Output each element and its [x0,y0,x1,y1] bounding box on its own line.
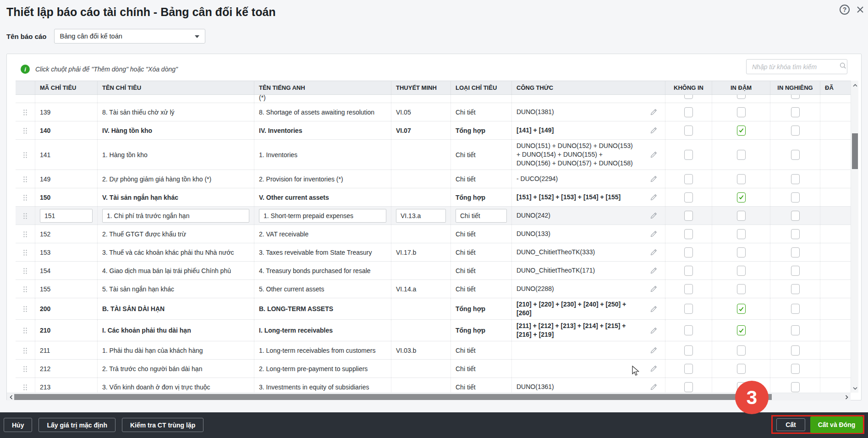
drag-handle-icon[interactable] [23,212,27,219]
checkbox-khong-in[interactable] [684,304,693,314]
drag-handle-icon[interactable] [23,285,27,293]
help-icon[interactable]: ? [840,5,850,15]
search-icon[interactable] [839,62,847,71]
edit-formula-icon[interactable] [650,305,658,313]
checkbox-in-nghieng[interactable] [791,304,800,314]
table-row[interactable]: 200 B. TÀI SẢN DÀI HẠN B. LONG-TERM ASSE… [16,298,851,320]
scroll-down-icon[interactable] [851,384,859,392]
checkbox-in-nghieng[interactable] [791,150,800,160]
checkbox-khong-in[interactable] [684,382,693,392]
checkbox-in-nghieng[interactable] [791,126,800,136]
table-row[interactable]: 153 3. Thuế và các khoản khác phải thu N… [16,243,851,262]
cell-input-name[interactable] [102,209,249,223]
checkbox-in-nghieng[interactable] [791,174,800,184]
drag-handle-icon[interactable] [23,194,27,201]
checkbox-in-nghieng[interactable] [791,325,800,335]
checkbox-in-dam[interactable] [737,364,746,374]
edit-formula-icon[interactable] [650,285,658,293]
checkbox-in-nghieng[interactable] [791,266,800,276]
table-row[interactable]: 210 I. Các khoản phải thu dài hạn I. Lon… [16,320,851,341]
edit-formula-icon[interactable] [650,193,658,201]
checkbox-in-dam[interactable] [737,229,746,239]
table-row[interactable]: (*) [16,95,851,103]
checkbox-in-nghieng[interactable] [791,95,800,99]
checkbox-khong-in[interactable] [684,325,693,335]
checkbox-khong-in[interactable] [684,126,693,136]
table-row[interactable]: 152 2. Thuế GTGT được khấu trừ 2. VAT re… [16,225,851,243]
checkbox-in-nghieng[interactable] [791,229,800,239]
cell-input-code[interactable] [40,209,93,223]
edit-formula-icon[interactable] [650,212,658,219]
drag-handle-icon[interactable] [23,230,27,238]
checkbox-khong-in[interactable] [684,107,693,117]
checkbox-in-dam[interactable] [737,211,746,221]
get-default-values-button[interactable]: Lấy giá trị mặc định [38,418,115,432]
table-row[interactable]: 155 5. Tài sản ngắn hạn khác 5. Other cu… [16,280,851,298]
search-input[interactable] [747,63,839,71]
checkbox-in-nghieng[interactable] [791,192,800,203]
report-name-select[interactable]: Bảng cân đối kế toán [54,29,205,44]
checkbox-in-dam[interactable] [737,192,746,203]
checkbox-khong-in[interactable] [684,150,693,160]
cell-input-type[interactable] [456,209,507,223]
edit-formula-icon[interactable] [650,267,658,274]
edit-formula-icon[interactable] [650,230,658,238]
table-row[interactable]: 139 8. Tài sản thiếu chờ xử lý 8. Shorta… [16,103,851,121]
vertical-scrollbar[interactable] [851,81,858,393]
scroll-up-icon[interactable] [851,82,859,89]
table-row[interactable]: 149 2. Dự phòng giảm giá hàng tồn kho (*… [16,170,851,188]
checkbox-in-dam[interactable] [737,150,746,160]
drag-handle-icon[interactable] [23,383,27,391]
scroll-left-icon[interactable] [7,393,15,401]
checkbox-in-dam[interactable] [737,126,746,136]
edit-formula-icon[interactable] [650,346,658,354]
edit-formula-icon[interactable] [650,175,658,183]
edit-formula-icon[interactable] [650,383,658,391]
drag-handle-icon[interactable] [23,175,27,183]
table-row[interactable]: 212 2. Trả trước cho người bán dài hạn 2… [16,360,851,378]
checkbox-khong-in[interactable] [684,192,693,203]
checkbox-in-dam[interactable] [737,266,746,276]
checkbox-khong-in[interactable] [684,247,693,257]
checkbox-in-nghieng[interactable] [791,364,800,374]
check-duplicate-formula-button[interactable]: Kiểm tra CT trùng lặp [122,418,203,432]
drag-handle-icon[interactable] [23,127,27,134]
cell-input-note[interactable] [396,209,446,223]
save-button[interactable]: Cất [776,418,805,431]
edit-formula-icon[interactable] [650,248,658,256]
table-row[interactable]: 211 1. Phải thu dài hạn của khách hàng 1… [16,341,851,360]
drag-handle-icon[interactable] [23,249,27,256]
vertical-scroll-thumb[interactable] [852,133,858,169]
save-and-close-button[interactable]: Cất và Đóng [810,416,863,433]
edit-formula-icon[interactable] [650,365,658,372]
table-row[interactable]: 154 4. Giao dịch mua bán lại trái phiếu … [16,262,851,280]
checkbox-in-nghieng[interactable] [791,284,800,294]
checkbox-in-dam[interactable] [737,247,746,257]
checkbox-in-dam[interactable] [737,174,746,184]
table-row[interactable]: 150 V. Tài sản ngắn hạn khác V. Other cu… [16,188,851,207]
drag-handle-icon[interactable] [23,267,27,274]
checkbox-khong-in[interactable] [684,364,693,374]
checkbox-khong-in[interactable] [684,229,693,239]
table-row[interactable]: DUNO(242) [16,207,851,225]
table-row[interactable]: 140 IV. Hàng tồn kho IV. Inventories VI.… [16,121,851,140]
drag-handle-icon[interactable] [23,365,27,372]
checkbox-in-dam[interactable] [737,345,746,356]
checkbox-in-nghieng[interactable] [791,247,800,257]
checkbox-khong-in[interactable] [684,345,693,356]
checkbox-in-dam[interactable] [737,95,746,99]
checkbox-in-nghieng[interactable] [791,211,800,221]
checkbox-in-dam[interactable] [737,325,746,335]
drag-handle-icon[interactable] [23,327,27,334]
checkbox-in-nghieng[interactable] [791,345,800,356]
close-icon[interactable] [855,5,865,15]
cell-input-name_en[interactable] [259,209,386,223]
checkbox-in-dam[interactable] [737,304,746,314]
edit-formula-icon[interactable] [650,151,658,159]
edit-formula-icon[interactable] [650,327,658,334]
horizontal-scrollbar[interactable] [7,393,851,400]
checkbox-in-nghieng[interactable] [791,382,800,392]
checkbox-khong-in[interactable] [684,284,693,294]
drag-handle-icon[interactable] [23,305,27,312]
drag-handle-icon[interactable] [23,109,27,116]
